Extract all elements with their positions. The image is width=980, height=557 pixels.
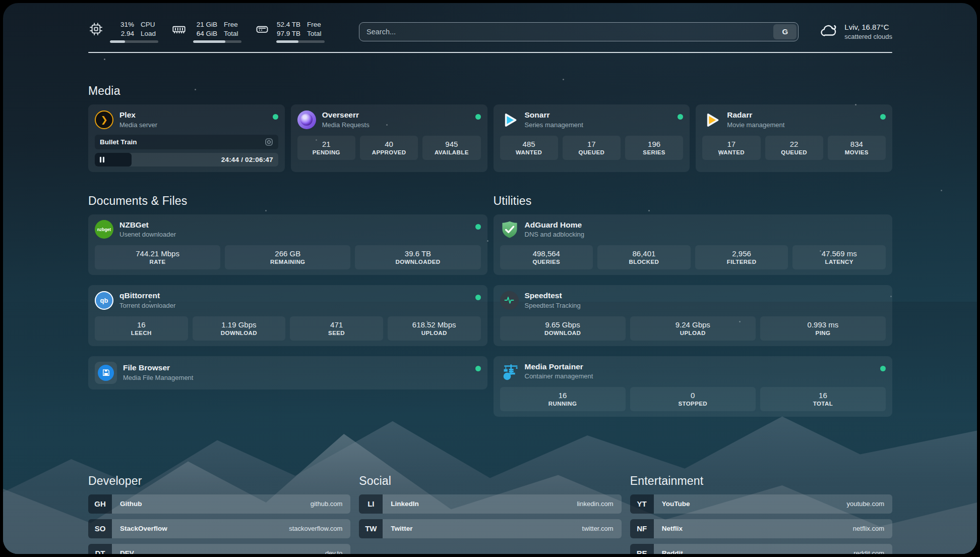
bookmark-abbr: RE [630,544,654,554]
bookmark-url: github.com [311,500,343,508]
bookmark-link-stackoverflow[interactable]: SO StackOverflow stackoverflow.com [88,519,350,538]
bookmark-body: LinkedIn linkedin.com [383,494,621,514]
stat-label: MOVIES [830,149,884,155]
service-name: Speedtest [525,291,581,301]
documents-files-cards: nzbget NZBGet Usenet downloader 744.21 M… [88,214,487,389]
service-card-portainer[interactable]: Media Portainer Container management 16 … [494,356,893,417]
cpu-widget: 31% 2.94 CPU Load [88,20,158,43]
utilities-section: Utilities AdGuard Home DNS and adblockin… [494,194,893,417]
stat-rate: 744.21 Mbps RATE [95,245,220,269]
stat-label: SERIES [627,149,681,155]
stat-value: 266 GB [227,249,348,258]
service-subtitle: Usenet downloader [119,230,176,239]
bookmark-url: reddit.com [853,549,884,554]
stat-label: FILTERED [697,259,786,265]
stat-label: UPLOAD [632,330,754,336]
service-name: Sonarr [525,110,583,121]
stat-value: 618.52 Mbps [390,320,479,329]
disk-icon [255,22,270,36]
service-subtitle: Movie management [727,121,784,130]
bookmark-link-twitter[interactable]: TW Twitter twitter.com [359,519,621,538]
bookmark-link-linkedin[interactable]: LI LinkedIn linkedin.com [359,494,621,514]
service-card-filebrowser[interactable]: File Browser Media File Management [88,356,487,389]
header-divider [88,52,892,53]
stat-label: REMAINING [227,259,348,265]
service-card-head: ❯ Plex Media server [95,110,278,129]
service-card-adguard[interactable]: AdGuard Home DNS and adblocking 498,564 … [494,214,893,275]
bookmark-body: Github github.com [112,494,350,514]
bookmark-link-reddit[interactable]: RE Reddit reddit.com [630,544,892,554]
overseerr-icon [297,110,316,129]
bookmark-body: Netflix netflix.com [654,519,892,538]
bookmark-abbr: DT [88,544,112,554]
stat-value: 47.569 ms [794,249,884,258]
service-card-speedtest[interactable]: Speedtest Speedtest Tracking 9.65 Gbps D… [494,285,893,346]
bookmark-body: Reddit reddit.com [654,544,892,554]
qbittorrent-icon: qb [95,291,113,310]
service-card-radarr[interactable]: Radarr Movie management 17 WANTED 22 QUE… [696,104,892,172]
bookmark-name: DEV [120,549,134,554]
stat-label: LATENCY [794,259,884,265]
stat-approved: 40 APPROVED [360,136,418,160]
service-name: qBittorrent [119,291,175,301]
stat-label: RATE [97,259,218,265]
now-playing-title-row: Bullet Train [95,135,278,149]
service-subtitle: Series management [525,121,583,130]
service-card-head: nzbget NZBGet Usenet downloader [95,220,481,239]
pause-icon[interactable] [99,156,105,163]
stat-value: 21 [299,140,353,148]
service-card-overseerr[interactable]: Overseerr Media Requests 21 PENDING 40 A… [291,104,487,172]
service-stats: 16 LEECH 1.19 Gbps DOWNLOAD 471 SEED 618… [95,316,481,341]
memory-icon [171,22,187,36]
stat-queries: 498,564 QUERIES [500,245,593,269]
stat-running: 16 RUNNING [500,387,626,411]
stat-value: 485 [502,140,556,148]
now-playing-widget: Bullet Train 24:44 / 02:06:47 [95,135,278,166]
stat-value: 22 [767,140,821,148]
service-subtitle: Media server [119,121,157,130]
cpu-usage-label: CPU [141,20,156,29]
media-cards-row: ❯ Plex Media server Bullet Train 24:44 /… [88,104,892,172]
stat-label: QUERIES [502,259,591,265]
service-card-sonarr[interactable]: Sonarr Series management 485 WANTED 17 Q… [494,104,690,172]
disk-progress-bar [276,40,325,43]
service-card-nzbget[interactable]: nzbget NZBGet Usenet downloader 744.21 M… [88,214,487,275]
bookmark-link-netflix[interactable]: NF Netflix netflix.com [630,519,892,538]
nzbget-icon: nzbget [95,220,113,239]
search-input[interactable] [359,22,799,41]
bookmark-link-dev[interactable]: DT DEV dev.to [88,544,350,554]
cpu-progress-bar [110,40,158,43]
service-card-plex[interactable]: ❯ Plex Media server Bullet Train 24:44 /… [88,104,285,172]
bookmark-name: Twitter [391,525,412,532]
stat-value: 498,564 [502,249,591,258]
service-card-qbittorrent[interactable]: qb qBittorrent Torrent downloader 16 LEE… [88,285,487,346]
service-name: NZBGet [119,220,176,231]
sonarr-icon [500,110,519,129]
stat-label: RUNNING [502,401,624,407]
stat-label: WANTED [502,149,556,155]
bookmark-group-developer: Developer GH Github github.com SO StackO… [88,474,350,554]
section-title-utilities: Utilities [494,194,893,208]
memory-free-value: 21 GiB [197,20,217,29]
bookmark-link-youtube[interactable]: YT YouTube youtube.com [630,494,892,514]
service-card-head: File Browser Media File Management [95,362,481,384]
stat-value: 16 [762,391,884,400]
bookmark-link-github[interactable]: GH Github github.com [88,494,350,514]
service-card-head: Radarr Movie management [702,110,886,129]
stat-upload: 618.52 Mbps UPLOAD [388,316,481,341]
status-online-dot [678,114,683,120]
bookmark-group-title: Social [359,474,621,488]
stat-value: 40 [362,140,416,148]
stat-label: BLOCKED [599,259,689,265]
bookmark-body: YouTube youtube.com [654,494,892,514]
status-online-dot [475,224,481,230]
memory-total-value: 64 GiB [197,29,217,38]
bookmark-name: LinkedIn [391,500,419,508]
weather-condition: scattered clouds [844,32,892,41]
stat-label: APPROVED [362,149,416,155]
stat-label: UPLOAD [390,330,479,336]
stat-series: 196 SERIES [625,136,683,160]
google-search-button[interactable]: G [773,24,797,39]
video-icon [265,138,273,146]
service-card-head: qb qBittorrent Torrent downloader [95,291,481,310]
